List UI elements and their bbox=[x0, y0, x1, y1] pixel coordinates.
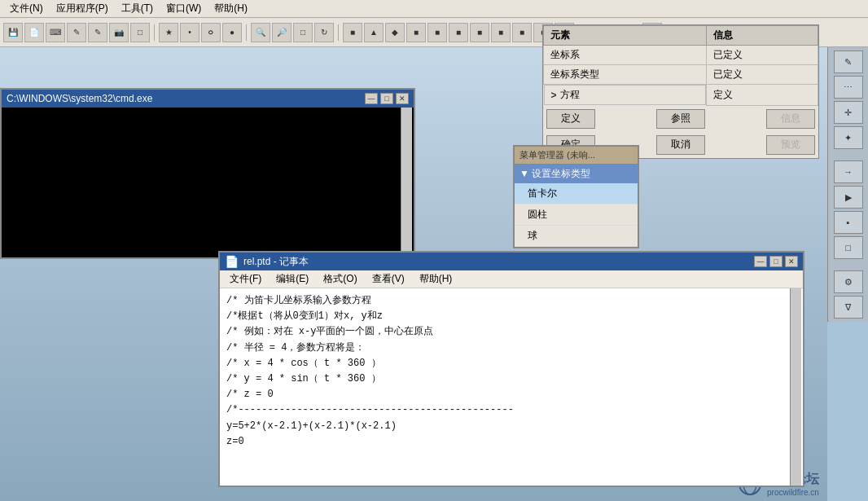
reference-button[interactable]: 参照 bbox=[656, 109, 705, 129]
row1-element: 坐标系 bbox=[544, 46, 707, 65]
notepad-menu-file[interactable]: 文件(F) bbox=[223, 270, 268, 288]
notepad-menu-edit[interactable]: 编辑(E) bbox=[270, 270, 315, 288]
info-button[interactable]: 信息 bbox=[766, 109, 815, 129]
toolbar-btn-8[interactable]: ★ bbox=[159, 23, 178, 42]
row2-info: 已定义 bbox=[706, 65, 818, 85]
toolbar-btn-1[interactable]: 💾 bbox=[3, 23, 23, 42]
toolbar-btn-h[interactable]: ■ bbox=[491, 23, 511, 42]
toolbar-btn-a[interactable]: ■ bbox=[343, 23, 362, 42]
rtb-settings[interactable]: ⚙ bbox=[834, 270, 863, 293]
notepad-menu-format[interactable]: 格式(O) bbox=[317, 270, 363, 288]
cmd-maximize[interactable]: □ bbox=[380, 93, 393, 104]
toolbar-btn-4[interactable]: ✎ bbox=[67, 23, 86, 42]
cancel-button[interactable]: 取消 bbox=[656, 135, 705, 155]
notepad-body[interactable]: /* 为笛卡儿坐标系输入参数方程 /*根据t（将从0变到1）对x, y和z /*… bbox=[220, 288, 803, 486]
notepad-line-9: y=5+2*(x-2.1)+(x-2.1)*(x-2.1) bbox=[226, 419, 796, 434]
toolbar-btn-5[interactable]: ✎ bbox=[88, 23, 107, 42]
notepad-title: rel.ptd - 记事本 bbox=[243, 255, 309, 269]
toolbar-btn-11[interactable]: ● bbox=[222, 23, 242, 42]
menu-bar: 文件(N) 应用程序(P) 工具(T) 窗口(W) 帮助(H) bbox=[0, 0, 868, 18]
notepad-line-7: /* z = 0 bbox=[226, 387, 796, 402]
rtb-star[interactable]: ✦ bbox=[834, 126, 863, 149]
menu-item-sphere[interactable]: 球 bbox=[515, 226, 638, 247]
menu-file[interactable]: 文件(N) bbox=[3, 0, 50, 17]
menu-item-cartesian[interactable]: 笛卡尔 bbox=[515, 183, 638, 204]
toolbar-btn-d[interactable]: ■ bbox=[406, 23, 426, 42]
notepad-line-10: z=0 bbox=[226, 434, 796, 450]
notepad-close[interactable]: ✕ bbox=[785, 256, 798, 267]
notepad-scrollbar[interactable] bbox=[790, 288, 801, 486]
table-row[interactable]: 坐标系类型 已定义 bbox=[544, 65, 818, 85]
col-element: 元素 bbox=[544, 26, 707, 46]
toolbar-sep-2 bbox=[246, 24, 247, 41]
toolbar-btn-zoom-in[interactable]: 🔍 bbox=[251, 23, 270, 42]
cmd-body bbox=[2, 108, 414, 257]
toolbar-btn-g[interactable]: ■ bbox=[470, 23, 489, 42]
right-toolbar: ✎ ⋯ ✛ ✦ → ▶ ▪ □ ⚙ ∇ bbox=[827, 47, 868, 322]
notepad-line-1: /* 为笛卡儿坐标系输入参数方程 bbox=[226, 293, 796, 309]
notepad-line-3: /* 例如：对在 x-y平面的一个圆，中心在原点 bbox=[226, 324, 796, 340]
notepad-line-8: /*--------------------------------------… bbox=[226, 402, 796, 418]
notepad-line-4: /* 半径 = 4，参数方程将是： bbox=[226, 341, 796, 356]
toolbar-btn-zoom-out[interactable]: 🔎 bbox=[272, 23, 292, 42]
toolbar-sep-1 bbox=[154, 24, 155, 41]
notepad-line-6: /* y = 4 * sin（ t * 360 ） bbox=[226, 371, 796, 387]
toolbar-btn-3[interactable]: ⌨ bbox=[46, 23, 65, 42]
toolbar-btn-6[interactable]: 📷 bbox=[109, 23, 129, 42]
rtb-line[interactable]: ⋯ bbox=[834, 76, 863, 99]
menu-help[interactable]: 帮助(H) bbox=[208, 0, 254, 17]
rtb-grid[interactable]: ∇ bbox=[834, 296, 863, 319]
arrow-icon: > bbox=[551, 90, 557, 101]
cmd-close[interactable]: ✕ bbox=[396, 93, 409, 104]
toolbar-btn-10[interactable]: ⭘ bbox=[201, 23, 221, 42]
toolbar-btn-b[interactable]: ▲ bbox=[364, 23, 384, 42]
rtb-select[interactable]: ▪ bbox=[834, 211, 863, 234]
menu-mgr-header[interactable]: ▼ 设置坐标类型 bbox=[515, 165, 638, 183]
rtb-box[interactable]: □ bbox=[834, 236, 863, 259]
watermark-sub-text: procwildfire.cn bbox=[767, 488, 819, 497]
rtb-pencil[interactable]: ✎ bbox=[834, 51, 863, 73]
cmd-title: C:\WINDOWS\system32\cmd.exe bbox=[7, 93, 152, 104]
toolbar-btn-rotate[interactable]: ↻ bbox=[314, 23, 334, 42]
panel-buttons-row1: 定义 参照 信息 bbox=[543, 106, 818, 132]
rtb-cross[interactable]: ✛ bbox=[834, 101, 863, 124]
cmd-minimize[interactable]: — bbox=[365, 93, 378, 104]
cmd-scrollbar[interactable] bbox=[401, 108, 412, 257]
info-table: 元素 信息 坐标系 已定义 坐标系类型 已定义 > 方程 定义 bbox=[543, 25, 818, 106]
notepad-minimize[interactable]: — bbox=[754, 256, 767, 267]
toolbar-btn-7[interactable]: □ bbox=[130, 23, 150, 42]
toolbar-btn-fit[interactable]: □ bbox=[293, 23, 313, 42]
notepad-line-2: /*根据t（将从0变到1）对x, y和z bbox=[226, 309, 796, 324]
table-row[interactable]: 坐标系 已定义 bbox=[544, 46, 818, 65]
rtb-cursor[interactable]: ▶ bbox=[834, 186, 863, 209]
menu-item-cylinder[interactable]: 圆柱 bbox=[515, 204, 638, 226]
toolbar-btn-2[interactable]: 📄 bbox=[24, 23, 44, 42]
preview-button[interactable]: 预览 bbox=[766, 135, 815, 155]
toolbar-btn-9[interactable]: • bbox=[180, 23, 199, 42]
rtb-arrow[interactable]: → bbox=[834, 160, 863, 183]
toolbar-btn-c[interactable]: ◆ bbox=[385, 23, 405, 42]
menu-manager-popup: 菜单管理器 (未响... ▼ 设置坐标类型 笛卡尔 圆柱 球 bbox=[513, 145, 639, 248]
toolbar-btn-e[interactable]: ■ bbox=[427, 23, 447, 42]
toolbar-sep-3 bbox=[338, 24, 339, 41]
menu-tools[interactable]: 工具(T) bbox=[115, 0, 160, 17]
table-row[interactable]: > 方程 定义 bbox=[544, 85, 818, 106]
menu-app[interactable]: 应用程序(P) bbox=[50, 0, 115, 17]
row2-element: 坐标系类型 bbox=[544, 65, 707, 85]
right-info-panel: 元素 信息 坐标系 已定义 坐标系类型 已定义 > 方程 定义 定义 bbox=[542, 24, 819, 159]
notepad-menu-view[interactable]: 查看(V) bbox=[366, 270, 411, 288]
toolbar-btn-i[interactable]: ■ bbox=[512, 23, 532, 42]
notepad-titlebar: 📄 rel.ptd - 记事本 — □ ✕ bbox=[220, 253, 803, 270]
notepad-menu-help[interactable]: 帮助(H) bbox=[413, 270, 459, 288]
menu-window[interactable]: 窗口(W) bbox=[160, 0, 208, 17]
define-button[interactable]: 定义 bbox=[546, 109, 595, 129]
menu-mgr-title: 菜单管理器 (未响... bbox=[515, 147, 638, 165]
toolbar-btn-f[interactable]: ■ bbox=[449, 23, 468, 42]
row3-arrow: > 方程 bbox=[544, 85, 706, 105]
col-info: 信息 bbox=[706, 26, 818, 46]
notepad-maximize[interactable]: □ bbox=[769, 256, 783, 267]
notepad-menubar: 文件(F) 编辑(E) 格式(O) 查看(V) 帮助(H) bbox=[220, 270, 803, 288]
cmd-titlebar-buttons: — □ ✕ bbox=[365, 93, 409, 104]
notepad-window: 📄 rel.ptd - 记事本 — □ ✕ 文件(F) 编辑(E) 格式(O) … bbox=[218, 251, 804, 487]
row1-info: 已定义 bbox=[706, 46, 818, 65]
